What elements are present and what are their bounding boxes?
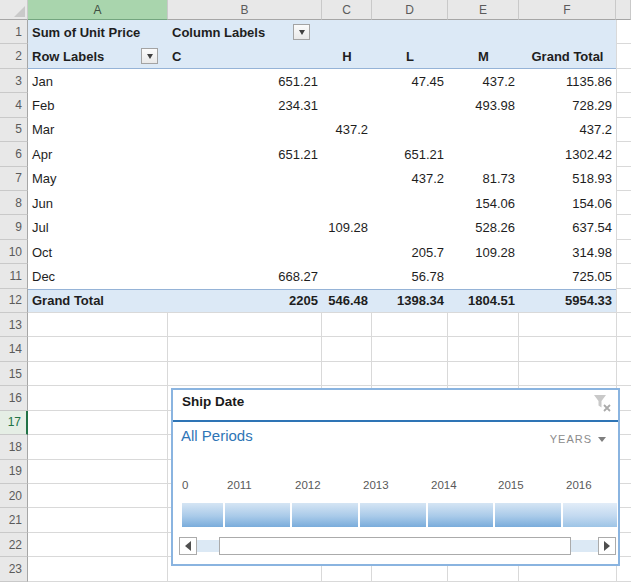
cell-B3[interactable]: 651.21: [168, 69, 322, 93]
cell-G4[interactable]: [616, 93, 631, 117]
cell-B14[interactable]: [168, 337, 322, 361]
cell-D6[interactable]: 651.21: [372, 142, 448, 166]
timeline-period-bar[interactable]: [182, 503, 617, 527]
cell-F8[interactable]: 154.06: [519, 191, 616, 215]
cell-E14[interactable]: [448, 337, 519, 361]
row-header-16[interactable]: 16: [0, 386, 28, 410]
cell-G5[interactable]: [616, 118, 631, 142]
cell-E5[interactable]: [448, 118, 519, 142]
cell-C8[interactable]: [322, 191, 372, 215]
cell-G13[interactable]: [616, 313, 631, 337]
cell-C5[interactable]: 437.2: [322, 118, 372, 142]
cell-D15[interactable]: [372, 362, 448, 386]
cell-E9[interactable]: 528.26: [448, 215, 519, 239]
cell-G7[interactable]: [616, 167, 631, 191]
timeline-scrollbar[interactable]: [179, 537, 616, 555]
cell-A12[interactable]: Grand Total: [28, 289, 168, 313]
scroll-thumb[interactable]: [219, 537, 571, 555]
cell-A9[interactable]: Jul: [28, 215, 168, 239]
cell-C10[interactable]: [322, 240, 372, 264]
cell-G3[interactable]: [616, 69, 631, 93]
col-header-B[interactable]: B: [168, 0, 322, 20]
row-labels-filter-button[interactable]: [141, 48, 158, 64]
cell-A22[interactable]: [28, 533, 168, 557]
timeline-slicer-ship-date[interactable]: Ship Date All Periods YEARS 020112012201…: [171, 388, 620, 566]
cell-C7[interactable]: [322, 167, 372, 191]
cell-G15[interactable]: [616, 362, 631, 386]
column-labels-filter-button[interactable]: [293, 24, 310, 40]
cell-F11[interactable]: 725.05: [519, 264, 616, 288]
time-level-dropdown[interactable]: YEARS: [550, 433, 606, 445]
cell-D3[interactable]: 47.45: [372, 69, 448, 93]
cell-E8[interactable]: 154.06: [448, 191, 519, 215]
row-header-9[interactable]: 9: [0, 215, 28, 239]
scroll-track-left[interactable]: [197, 540, 219, 552]
cell-C4[interactable]: [322, 93, 372, 117]
cell-F10[interactable]: 314.98: [519, 240, 616, 264]
cell-B10[interactable]: [168, 240, 322, 264]
row-header-22[interactable]: 22: [0, 533, 28, 557]
row-header-12[interactable]: 12: [0, 289, 28, 313]
col-header-F[interactable]: F: [519, 0, 616, 20]
cell-G2[interactable]: [616, 44, 631, 68]
cell-D4[interactable]: [372, 93, 448, 117]
timeline-bar-segment[interactable]: [182, 503, 225, 527]
cell-F6[interactable]: 1302.42: [519, 142, 616, 166]
cell-A10[interactable]: Oct: [28, 240, 168, 264]
cell-B1[interactable]: Column Labels: [168, 20, 322, 44]
col-header-D[interactable]: D: [372, 0, 448, 20]
row-header-7[interactable]: 7: [0, 167, 28, 191]
cell-A19[interactable]: [28, 460, 168, 484]
cell-B4[interactable]: 234.31: [168, 93, 322, 117]
cell-B15[interactable]: [168, 362, 322, 386]
cell-A3[interactable]: Jan: [28, 69, 168, 93]
row-header-3[interactable]: 3: [0, 69, 28, 93]
cell-F13[interactable]: [519, 313, 616, 337]
cell-A17[interactable]: [28, 411, 168, 435]
cell-E2[interactable]: M: [448, 44, 519, 68]
cell-A20[interactable]: [28, 484, 168, 508]
cell-D5[interactable]: [372, 118, 448, 142]
cell-C14[interactable]: [322, 337, 372, 361]
cell-C1[interactable]: [322, 20, 372, 44]
cell-C13[interactable]: [322, 313, 372, 337]
row-header-14[interactable]: 14: [0, 337, 28, 361]
cell-A23[interactable]: [28, 557, 168, 581]
cell-D2[interactable]: L: [372, 44, 448, 68]
row-header-11[interactable]: 11: [0, 264, 28, 288]
cell-B5[interactable]: [168, 118, 322, 142]
scroll-track-right[interactable]: [571, 540, 598, 552]
timeline-bar-segment[interactable]: [428, 503, 495, 527]
cell-C15[interactable]: [322, 362, 372, 386]
cell-B2[interactable]: C: [168, 44, 322, 68]
row-header-10[interactable]: 10: [0, 240, 28, 264]
cell-F2[interactable]: Grand Total: [519, 44, 616, 68]
cell-G14[interactable]: [616, 337, 631, 361]
cell-F1[interactable]: [519, 20, 616, 44]
cell-A6[interactable]: Apr: [28, 142, 168, 166]
cell-G9[interactable]: [616, 215, 631, 239]
cell-A4[interactable]: Feb: [28, 93, 168, 117]
row-header-15[interactable]: 15: [0, 362, 28, 386]
col-header-C[interactable]: C: [322, 0, 372, 20]
cell-D14[interactable]: [372, 337, 448, 361]
cell-C9[interactable]: 109.28: [322, 215, 372, 239]
cell-E3[interactable]: 437.2: [448, 69, 519, 93]
cell-F14[interactable]: [519, 337, 616, 361]
cell-E7[interactable]: 81.73: [448, 167, 519, 191]
cell-F5[interactable]: 437.2: [519, 118, 616, 142]
cell-B11[interactable]: 668.27: [168, 264, 322, 288]
cell-A5[interactable]: Mar: [28, 118, 168, 142]
row-header-13[interactable]: 13: [0, 313, 28, 337]
cell-A8[interactable]: Jun: [28, 191, 168, 215]
cell-A16[interactable]: [28, 386, 168, 410]
cell-E10[interactable]: 109.28: [448, 240, 519, 264]
cell-C6[interactable]: [322, 142, 372, 166]
cell-G12[interactable]: [616, 289, 631, 313]
row-header-4[interactable]: 4: [0, 93, 28, 117]
cell-D10[interactable]: 205.7: [372, 240, 448, 264]
cell-B6[interactable]: 651.21: [168, 142, 322, 166]
row-header-17[interactable]: 17: [0, 411, 28, 435]
cell-G11[interactable]: [616, 264, 631, 288]
cell-C11[interactable]: [322, 264, 372, 288]
